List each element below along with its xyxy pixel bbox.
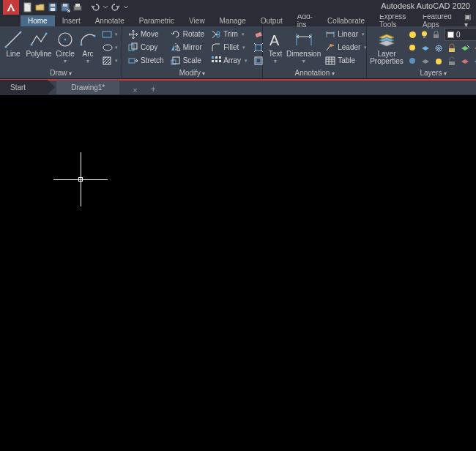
svg-point-10: [20, 31, 22, 34]
layer-match-icon[interactable]: [472, 42, 476, 54]
open-icon[interactable]: [34, 1, 46, 13]
chevron-down-icon[interactable]: [102, 1, 109, 13]
tab-insert[interactable]: Insert: [55, 15, 88, 26]
svg-point-14: [64, 39, 66, 40]
svg-rect-58: [449, 61, 455, 65]
layer-uniso-icon[interactable]: [420, 56, 431, 67]
array-button[interactable]: Array▾: [209, 54, 250, 67]
plot-icon[interactable]: [72, 1, 83, 13]
rotate-button[interactable]: Rotate: [168, 28, 207, 40]
close-icon[interactable]: ×: [128, 86, 141, 94]
layer-lock-icon[interactable]: [430, 29, 442, 40]
dimension-button[interactable]: Dimension ▼: [286, 28, 321, 64]
drawing-canvas[interactable]: [0, 95, 476, 451]
svg-point-9: [5, 46, 7, 48]
panel-title-draw[interactable]: Draw: [0, 68, 122, 78]
undo-icon[interactable]: [89, 1, 101, 13]
panel-title-layers[interactable]: Layers: [367, 68, 476, 78]
layer-prev-icon[interactable]: [459, 56, 471, 67]
svg-rect-33: [256, 31, 262, 37]
polyline-icon: [29, 29, 49, 50]
tab-manage[interactable]: Manage: [212, 15, 253, 26]
mirror-button[interactable]: Mirror: [168, 41, 207, 53]
arc-icon: [78, 29, 98, 50]
scale-button[interactable]: Scale: [168, 54, 207, 67]
layer-iso-icon[interactable]: [420, 42, 431, 54]
redo-icon[interactable]: [110, 1, 122, 13]
svg-rect-45: [326, 57, 335, 64]
tab-collaborate[interactable]: Collaborate: [320, 15, 372, 26]
mirror-icon: [171, 42, 181, 53]
panel-layers: Layer Properties 0: [367, 26, 476, 78]
layer-color-icon: [447, 31, 454, 38]
panel-title-annotation[interactable]: Annotation: [263, 68, 366, 78]
svg-point-53: [409, 45, 415, 51]
svg-rect-7: [75, 4, 80, 7]
layer-on-icon[interactable]: [406, 56, 418, 67]
panel-annotation: A Text ▼ Dimension ▼ Linear▾ Leader▾ Tab…: [263, 26, 367, 78]
line-button[interactable]: Line: [2, 28, 24, 58]
layer-thaw-icon[interactable]: [433, 56, 445, 67]
svg-point-56: [409, 58, 415, 64]
layer-change-icon[interactable]: [472, 56, 476, 67]
tab-view[interactable]: View: [182, 15, 212, 26]
new-tab-icon[interactable]: +: [146, 84, 160, 94]
tab-output[interactable]: Output: [253, 15, 290, 26]
circle-button[interactable]: Circle ▼: [53, 28, 77, 64]
layer-freeze-icon[interactable]: [406, 29, 418, 40]
tab-document[interactable]: Drawing1*: [56, 80, 119, 94]
tab-home[interactable]: Home: [21, 15, 55, 26]
svg-point-16: [94, 35, 96, 37]
copy-button[interactable]: Copy: [126, 41, 166, 53]
rectangle-icon[interactable]: ▾: [100, 28, 119, 40]
new-icon[interactable]: [22, 1, 34, 13]
layer-properties-button[interactable]: Layer Properties: [369, 28, 404, 65]
layer-dropdown[interactable]: 0: [445, 28, 476, 41]
panel-modify: Move Copy Stretch Rotate Mirror Scale Tr…: [122, 26, 263, 78]
polyline-button[interactable]: Polyline: [25, 28, 53, 58]
saveas-icon[interactable]: [59, 1, 71, 13]
tab-start[interactable]: Start: [0, 80, 48, 94]
text-button[interactable]: A Text ▼: [265, 28, 286, 64]
svg-rect-5: [63, 4, 67, 7]
chevron-down-icon[interactable]: [122, 1, 130, 13]
arc-button[interactable]: Arc ▼: [78, 28, 98, 64]
document-tabbar: Start Drawing1* × +: [0, 79, 476, 95]
copy-icon: [128, 42, 138, 53]
chevron-down-icon: ▼: [63, 59, 68, 64]
title-bar: Autodesk AutoCAD 2020: [0, 0, 476, 15]
layer-off-icon[interactable]: [406, 42, 418, 54]
panel-draw: Line Polyline Circle ▼ Arc ▼ ▾ ▾ ▾ Dr: [0, 26, 122, 78]
app-title: Autodesk AutoCAD 2020: [381, 1, 470, 10]
panel-title-modify[interactable]: Modify: [122, 68, 262, 78]
app-logo[interactable]: [3, 0, 19, 15]
svg-rect-36: [256, 59, 261, 63]
table-button[interactable]: Table: [323, 54, 369, 67]
move-button[interactable]: Move: [126, 28, 166, 40]
stretch-button[interactable]: Stretch: [126, 54, 166, 67]
layer-freeze2-icon[interactable]: [433, 42, 445, 54]
tab-parametric[interactable]: Parametric: [132, 15, 182, 26]
tab-annotate[interactable]: Annotate: [88, 15, 132, 26]
svg-point-57: [436, 59, 442, 64]
fillet-button[interactable]: Fillet▾: [209, 41, 250, 53]
layer-make-current-icon[interactable]: [459, 42, 471, 54]
layer-lock2-icon[interactable]: [446, 42, 458, 54]
layer-bulb-icon[interactable]: [418, 29, 430, 40]
hatch-icon[interactable]: ▾: [100, 54, 119, 67]
svg-line-8: [6, 32, 21, 47]
leader-button[interactable]: Leader▾: [323, 41, 369, 53]
quick-access-toolbar: [22, 1, 130, 13]
trim-button[interactable]: Trim▾: [209, 28, 250, 40]
save-icon[interactable]: [47, 1, 59, 13]
linear-icon: [325, 29, 335, 40]
circle-icon: [55, 29, 75, 50]
svg-rect-52: [434, 34, 439, 38]
linear-button[interactable]: Linear▾: [323, 28, 369, 40]
ellipse-icon[interactable]: ▾: [100, 41, 119, 53]
svg-rect-51: [423, 36, 425, 38]
svg-rect-29: [219, 56, 221, 59]
trim-icon: [211, 29, 221, 40]
layer-unlock-icon[interactable]: [446, 56, 458, 67]
svg-point-44: [330, 44, 332, 47]
